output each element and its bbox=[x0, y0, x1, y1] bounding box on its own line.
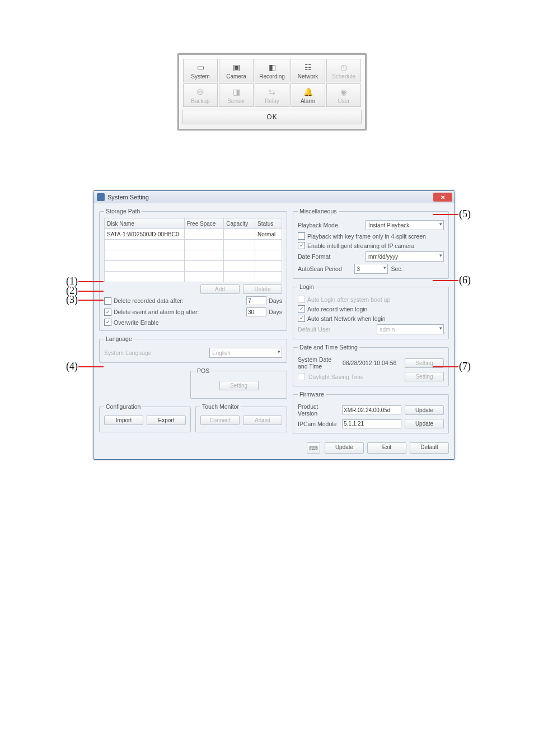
autoscan-period-select[interactable]: 3 bbox=[354, 264, 388, 274]
delete-event-unit: Days bbox=[269, 309, 282, 315]
sensor-icon: ◨ bbox=[230, 87, 242, 97]
delete-button: Delete bbox=[243, 284, 282, 294]
table-row bbox=[105, 261, 282, 272]
callout-line bbox=[78, 281, 104, 282]
adjust-button: Adjust bbox=[243, 416, 282, 425]
camera-icon: ▣ bbox=[230, 62, 242, 72]
nav-system[interactable]: ▭System bbox=[183, 59, 218, 82]
nav-recording[interactable]: ◧Recording bbox=[255, 59, 289, 82]
keyboard-icon[interactable]: ⌨ bbox=[307, 442, 320, 454]
delete-event-label: Delete event and alarm log after: bbox=[114, 309, 244, 315]
relay-icon: ⇆ bbox=[266, 87, 278, 97]
ip-streaming-checkbox[interactable]: ✓ bbox=[298, 242, 305, 249]
nav-row-2: ⛁Backup ◨Sensor ⇆Relay 🔔Alarm ◉User bbox=[182, 83, 362, 108]
screen-icon: ▭ bbox=[194, 62, 207, 72]
miscellaneous-legend: Miscellaneous bbox=[298, 208, 339, 214]
ipcam-module-field: 5.1.1.21 bbox=[342, 419, 401, 428]
col-free-space: Free Space bbox=[184, 218, 224, 229]
callout-line bbox=[433, 366, 458, 367]
date-format-select[interactable]: mm/dd/yyyy bbox=[366, 251, 444, 262]
pos-legend: POS bbox=[195, 367, 211, 374]
system-language-label: System Language bbox=[104, 349, 206, 356]
nav-row-1: ▭System ▣Camera ◧Recording ☷Network ◷Sch… bbox=[182, 58, 362, 83]
nav-sensor-label: Sensor bbox=[227, 98, 245, 104]
overwrite-label: Overwrite Enable bbox=[114, 319, 159, 326]
callout-line bbox=[433, 214, 458, 215]
callout-line bbox=[78, 366, 104, 367]
delete-recorded-label: Delete recorded data after: bbox=[114, 297, 244, 304]
footer-default-button[interactable]: Default bbox=[410, 442, 449, 454]
playback-mode-label: Playback Mode bbox=[298, 222, 362, 228]
firmware-group: Firmware Product Version XMR.02.24.00.05… bbox=[293, 391, 449, 433]
delete-event-checkbox[interactable]: ✓ bbox=[104, 309, 111, 316]
cell-capacity bbox=[224, 229, 255, 240]
footer-exit-button[interactable]: Exit bbox=[367, 442, 406, 454]
product-version-field: XMR.02.24.00.05d bbox=[342, 405, 401, 414]
network-icon: ☷ bbox=[302, 62, 314, 72]
export-button[interactable]: Export bbox=[147, 416, 186, 425]
callout-7: (7) bbox=[459, 361, 471, 372]
footer-update-button[interactable]: Update bbox=[325, 442, 364, 454]
miscellaneous-group: Miscellaneous Playback Mode Instant Play… bbox=[293, 208, 449, 279]
product-update-button[interactable]: Update bbox=[405, 405, 444, 415]
nav-network[interactable]: ☷Network bbox=[291, 59, 325, 82]
playback-keyframe-label: Playback with key frame only in 4-split … bbox=[307, 233, 426, 240]
recording-icon: ◧ bbox=[266, 62, 278, 72]
auto-login-checkbox bbox=[298, 296, 305, 303]
system-datetime-label: System Date and Time bbox=[298, 356, 339, 370]
callout-3: (3) bbox=[66, 294, 78, 306]
dst-checkbox bbox=[298, 373, 305, 380]
table-row bbox=[105, 240, 282, 250]
callout-line bbox=[78, 291, 104, 292]
nav-network-label: Network bbox=[298, 73, 318, 80]
col-disk-name: Disk Name bbox=[105, 218, 185, 229]
playback-mode-select[interactable]: Instant Playback bbox=[366, 220, 444, 230]
auto-login-label: Auto Login after system boot up bbox=[307, 296, 390, 303]
col-status: Status bbox=[255, 218, 282, 229]
nav-relay: ⇆Relay bbox=[255, 83, 289, 107]
callout-6: (6) bbox=[459, 274, 471, 286]
ok-button[interactable]: OK bbox=[182, 110, 362, 124]
auto-network-checkbox[interactable]: ✓ bbox=[298, 315, 305, 322]
nav-system-label: System bbox=[191, 73, 209, 80]
delete-event-days-field[interactable]: 30 bbox=[246, 307, 266, 316]
table-row[interactable]: SATA-1:WD2500JD-00HBC0 Normal bbox=[105, 229, 282, 240]
nav-schedule: ◷Schedule bbox=[326, 59, 361, 82]
autoscan-period-label: AutoScan Period bbox=[298, 265, 351, 272]
overwrite-checkbox[interactable]: ✓ bbox=[104, 319, 111, 326]
close-button[interactable]: ✕ bbox=[433, 193, 452, 202]
disk-icon: ⛁ bbox=[194, 87, 207, 97]
nav-alarm[interactable]: 🔔Alarm bbox=[291, 83, 325, 107]
callout-line bbox=[433, 280, 458, 281]
language-group: Language System Language English bbox=[99, 335, 287, 363]
connect-button: Connect bbox=[200, 416, 240, 425]
footer-bar: ⌨ Update Exit Default bbox=[93, 439, 455, 459]
callout-line bbox=[78, 300, 104, 301]
touch-monitor-legend: Touch Monitor bbox=[200, 403, 241, 410]
auto-record-checkbox[interactable]: ✓ bbox=[298, 305, 305, 312]
ipcam-update-button[interactable]: Update bbox=[405, 419, 444, 428]
dst-label: Daylight Saving Time bbox=[308, 374, 401, 380]
configuration-legend: Configuration bbox=[104, 403, 142, 410]
system-datetime-value: 08/28/2012 10:04:56 bbox=[343, 360, 401, 366]
cell-disk-name: SATA-1:WD2500JD-00HBC0 bbox=[105, 229, 185, 240]
table-row bbox=[105, 250, 282, 261]
bell-icon: 🔔 bbox=[302, 87, 314, 97]
delete-recorded-checkbox[interactable] bbox=[104, 297, 111, 305]
delete-recorded-days-field[interactable]: 7 bbox=[246, 296, 266, 305]
system-language-select: English bbox=[209, 348, 282, 358]
nav-camera[interactable]: ▣Camera bbox=[219, 59, 254, 82]
playback-keyframe-checkbox[interactable] bbox=[298, 232, 305, 240]
callout-4: (4) bbox=[66, 361, 78, 372]
auto-network-label: Auto start Network when login bbox=[307, 315, 385, 322]
table-row bbox=[105, 272, 282, 282]
cell-free-space bbox=[184, 229, 224, 240]
ip-streaming-label: Enable intelligent streaming of IP camer… bbox=[307, 242, 414, 249]
nav-alarm-label: Alarm bbox=[301, 98, 315, 104]
import-button[interactable]: Import bbox=[104, 416, 143, 425]
user-icon: ◉ bbox=[338, 87, 350, 97]
nav-relay-label: Relay bbox=[265, 98, 279, 104]
configuration-group: Configuration Import Export bbox=[99, 403, 191, 432]
add-button: Add bbox=[200, 284, 240, 294]
date-time-group: Date and Time Setting System Date and Ti… bbox=[293, 344, 449, 386]
